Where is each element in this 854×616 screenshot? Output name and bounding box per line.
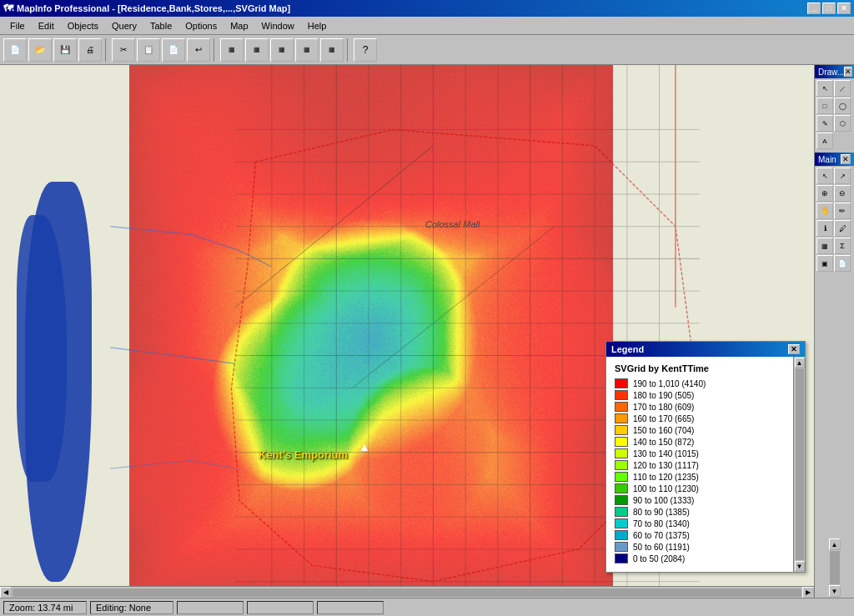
menu-options[interactable]: Options bbox=[178, 19, 224, 33]
draw-line[interactable]: ⟋ bbox=[834, 80, 851, 97]
draw-poly[interactable]: ⬡ bbox=[834, 115, 851, 132]
help-button[interactable]: ? bbox=[354, 38, 377, 62]
legend-swatch-14 bbox=[615, 542, 628, 552]
scroll-track bbox=[796, 368, 804, 560]
legend-swatch-7 bbox=[615, 460, 628, 470]
vscroll-up[interactable]: ▲ bbox=[829, 538, 841, 550]
map-hscrollbar[interactable]: ◀ ▶ bbox=[0, 586, 814, 598]
legend-label-6: 130 to 140 (1015) bbox=[633, 449, 699, 458]
legend-item-13: 60 to 70 (1375) bbox=[615, 530, 790, 540]
menu-help[interactable]: Help bbox=[301, 19, 334, 33]
legend-label-12: 70 to 80 (1340) bbox=[633, 519, 690, 528]
draw-panel-close[interactable]: ✕ bbox=[844, 67, 852, 77]
vscroll-track bbox=[830, 551, 840, 584]
separator-3 bbox=[347, 38, 350, 62]
tool-1[interactable]: ▦ bbox=[220, 38, 244, 62]
legend-subtitle: SVGrid by KentTTime bbox=[615, 363, 790, 373]
zoom-status: Zoom: 13.74 mi bbox=[3, 601, 87, 614]
legend-item-0: 190 to 1,010 (4140) bbox=[615, 378, 790, 388]
main-tools: ↖ ↗ ⊕ ⊖ ✋ ✏ ℹ 🖊 ▦ Σ ▣ 📄 bbox=[815, 166, 854, 273]
scroll-up[interactable]: ▲ bbox=[795, 358, 805, 368]
tool-info[interactable]: ℹ bbox=[816, 220, 833, 237]
legend-close-button[interactable]: ✕ bbox=[788, 344, 800, 354]
tool-2[interactable]: ▦ bbox=[245, 38, 269, 62]
copy-button[interactable]: 📋 bbox=[137, 38, 160, 62]
legend-label-15: 0 to 50 (2084) bbox=[633, 554, 685, 563]
legend-label-10: 90 to 100 (1333) bbox=[633, 496, 694, 505]
draw-panel-title: Draw... bbox=[818, 68, 844, 77]
tool-select[interactable]: ↖ bbox=[816, 168, 833, 184]
scroll-down[interactable]: ▼ bbox=[795, 561, 805, 571]
tool-4[interactable]: ▦ bbox=[295, 38, 319, 62]
legend-swatch-10 bbox=[615, 495, 628, 505]
status-cell-4 bbox=[247, 601, 314, 614]
right-vscrollbar[interactable]: ▲ ▼ bbox=[815, 538, 854, 598]
tool-3[interactable]: ▦ bbox=[270, 38, 294, 62]
legend-item-4: 150 to 160 (704) bbox=[615, 425, 790, 435]
legend-label-2: 170 to 180 (609) bbox=[633, 403, 694, 412]
toolbar: 📄 📂 💾 🖨 ✂ 📋 📄 ↩ ▦ ▦ ▦ ▦ ▦ ? bbox=[0, 35, 854, 65]
tool-5[interactable]: ▦ bbox=[320, 38, 344, 62]
tool-pan[interactable]: ✋ bbox=[816, 203, 833, 219]
legend-swatch-1 bbox=[615, 390, 628, 400]
save-button[interactable]: 💾 bbox=[53, 38, 77, 62]
print-button[interactable]: 🖨 bbox=[78, 38, 102, 62]
tool-doc[interactable]: 📄 bbox=[834, 255, 851, 272]
main-panel-close[interactable]: ✕ bbox=[841, 154, 851, 164]
legend-swatch-13 bbox=[615, 530, 628, 540]
tool-edit[interactable]: ✏ bbox=[834, 203, 851, 219]
draw-text[interactable]: A bbox=[816, 133, 833, 149]
legend-swatch-15 bbox=[615, 553, 628, 563]
menu-objects[interactable]: Objects bbox=[61, 19, 105, 33]
legend-item-3: 160 to 170 (665) bbox=[615, 413, 790, 423]
tool-zoom-out[interactable]: ⊖ bbox=[834, 185, 851, 202]
app-icon: 🗺 bbox=[3, 3, 13, 14]
tool-select2[interactable]: ↗ bbox=[834, 168, 851, 184]
menu-table[interactable]: Table bbox=[143, 19, 178, 33]
legend-item-5: 140 to 150 (872) bbox=[615, 437, 790, 447]
menu-window[interactable]: Window bbox=[255, 19, 301, 33]
menu-edit[interactable]: Edit bbox=[32, 19, 61, 33]
legend-label-1: 180 to 190 (505) bbox=[633, 391, 694, 400]
map-area[interactable]: Colossal Mall Kent's Emporium ▲ Legend ✕… bbox=[0, 65, 814, 598]
svg-line-29 bbox=[353, 227, 555, 388]
open-button[interactable]: 📂 bbox=[28, 38, 52, 62]
menu-query[interactable]: Query bbox=[105, 19, 143, 33]
status-bar: Zoom: 13.74 mi Editing: None bbox=[0, 598, 854, 616]
main-area: Colossal Mall Kent's Emporium ▲ Legend ✕… bbox=[0, 65, 854, 598]
legend-swatch-6 bbox=[615, 448, 628, 458]
legend-label-11: 80 to 90 (1385) bbox=[633, 508, 690, 517]
hscroll-left[interactable]: ◀ bbox=[0, 587, 12, 598]
paste-button[interactable]: 📄 bbox=[162, 38, 185, 62]
minimize-button[interactable]: _ bbox=[807, 3, 821, 14]
legend-item-2: 170 to 180 (609) bbox=[615, 402, 790, 412]
menu-file[interactable]: File bbox=[3, 19, 32, 33]
tool-label[interactable]: 🖊 bbox=[834, 220, 851, 237]
undo-button[interactable]: ↩ bbox=[187, 38, 210, 62]
draw-rect[interactable]: □ bbox=[816, 98, 833, 114]
window-title: MapInfo Professional - [Residence,Bank,S… bbox=[17, 3, 807, 13]
maximize-button[interactable]: □ bbox=[822, 3, 836, 14]
tool-grid[interactable]: ▦ bbox=[816, 238, 833, 254]
legend-title: Legend bbox=[611, 344, 644, 354]
close-button[interactable]: ✕ bbox=[837, 3, 851, 14]
legend-label-13: 60 to 70 (1375) bbox=[633, 531, 690, 540]
legend-title-bar: Legend ✕ bbox=[606, 342, 805, 357]
hscroll-right[interactable]: ▶ bbox=[802, 587, 814, 598]
draw-select[interactable]: ↖ bbox=[816, 80, 833, 97]
legend-label-3: 160 to 170 (665) bbox=[633, 414, 694, 423]
tool-sum[interactable]: Σ bbox=[834, 238, 851, 254]
vscroll-down[interactable]: ▼ bbox=[829, 585, 841, 597]
tool-table[interactable]: ▣ bbox=[816, 255, 833, 272]
separator-2 bbox=[214, 38, 217, 62]
cut-button[interactable]: ✂ bbox=[112, 38, 135, 62]
draw-pen[interactable]: ✎ bbox=[816, 115, 833, 132]
new-button[interactable]: 📄 bbox=[3, 38, 27, 62]
tool-zoom-in[interactable]: ⊕ bbox=[816, 185, 833, 202]
legend-swatch-4 bbox=[615, 425, 628, 435]
legend-panel: Legend ✕ SVGrid by KentTTime 190 to 1,01… bbox=[605, 341, 806, 573]
menu-map[interactable]: Map bbox=[224, 19, 254, 33]
status-cell-3 bbox=[177, 601, 244, 614]
title-bar: 🗺 MapInfo Professional - [Residence,Bank… bbox=[0, 0, 854, 17]
draw-ellipse[interactable]: ◯ bbox=[834, 98, 851, 114]
